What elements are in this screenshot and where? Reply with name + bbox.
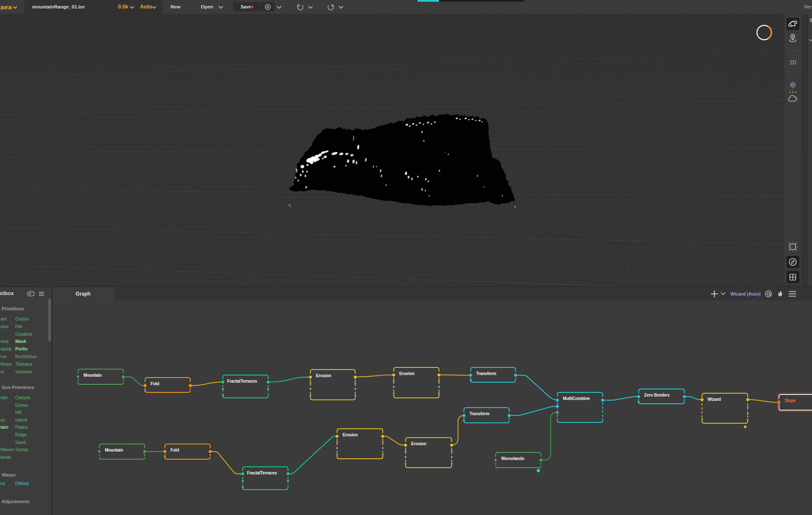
svg-text:Slope: Slope xyxy=(785,398,796,403)
svg-text:Wizard (Auto): Wizard (Auto) xyxy=(730,291,761,296)
svg-text:Fold: Fold xyxy=(170,448,179,452)
svg-text:Wizard: Wizard xyxy=(708,397,721,402)
svg-text:Transform: Transform xyxy=(469,411,489,416)
svg-text:Erosion: Erosion xyxy=(316,373,331,378)
svg-text:2D: 2D xyxy=(790,60,796,66)
svg-text:Fold: Fold xyxy=(151,381,159,386)
svg-text:Mountain: Mountain xyxy=(105,448,123,452)
svg-text:Erosion: Erosion xyxy=(343,433,358,437)
svg-text:Zero Borders: Zero Borders xyxy=(644,393,670,397)
svg-text:Worselands: Worselands xyxy=(501,456,524,461)
svg-text:Erosion: Erosion xyxy=(399,371,414,376)
svg-text:MultiCombine: MultiCombine xyxy=(563,396,590,401)
svg-text:Transform: Transform xyxy=(476,371,496,376)
svg-text:FractalTerraces: FractalTerraces xyxy=(247,471,277,475)
svg-text:FractalTerraces: FractalTerraces xyxy=(227,379,257,384)
svg-text:Erosion: Erosion xyxy=(411,441,426,446)
svg-text:Mountain: Mountain xyxy=(84,373,102,378)
